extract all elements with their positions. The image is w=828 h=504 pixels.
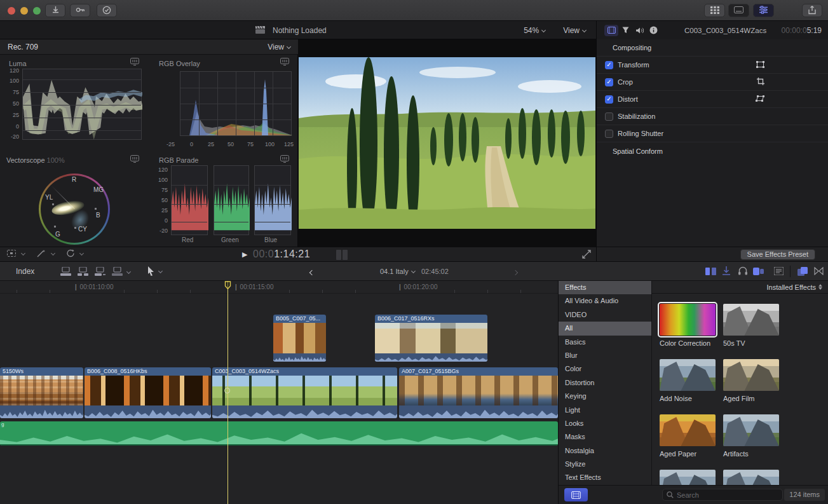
viewer-view-menu[interactable]: View <box>563 26 586 35</box>
distort-icon[interactable] <box>756 95 764 103</box>
append-clip-button[interactable] <box>95 267 105 276</box>
primary-clip[interactable]: B006_C008_0516HKbs <box>85 367 211 418</box>
crop-icon[interactable] <box>757 78 764 86</box>
inspector-row-stabilization[interactable]: Stabilization <box>597 108 828 125</box>
index-button[interactable]: Index <box>16 267 34 276</box>
category-nostalgia[interactable]: Nostalgia <box>559 444 651 458</box>
scopes-view-menu[interactable]: View <box>268 43 290 51</box>
next-item-icon[interactable] <box>513 268 517 276</box>
audio-meter[interactable] <box>343 250 348 260</box>
inspector-row-distort[interactable]: ✓ Distort <box>597 91 828 108</box>
search-input[interactable] <box>677 491 766 499</box>
category-basics[interactable]: Basics <box>559 336 651 349</box>
installed-effects-header[interactable]: Installed Effects <box>652 281 828 294</box>
effect-item[interactable]: Artifacts <box>723 414 782 458</box>
audio-icon[interactable] <box>632 25 646 36</box>
connected-clip[interactable]: B005_C007_05... <box>273 315 326 362</box>
luma-settings-icon[interactable] <box>130 58 139 67</box>
enhancements-menu[interactable] <box>37 249 55 257</box>
effects-search-field[interactable] <box>662 489 783 501</box>
category-looks[interactable]: Looks <box>559 417 651 430</box>
category-stylize[interactable]: Stylize <box>559 458 651 471</box>
stabilization-checkbox[interactable] <box>605 112 613 121</box>
timeline-ruler[interactable]: |00:01:10:00 |00:01:15:00 |00:01:20:00 <box>0 281 558 294</box>
effect-thumbnail[interactable] <box>660 470 716 485</box>
category-color[interactable]: Color <box>559 362 651 376</box>
effect-item[interactable] <box>723 470 782 485</box>
rgb-parade-settings-icon[interactable] <box>280 155 289 164</box>
browser-toggle-button[interactable] <box>704 4 725 17</box>
effect-item[interactable] <box>660 470 718 485</box>
rgb-overlay-settings-icon[interactable] <box>280 58 289 67</box>
transitions-browser-icon[interactable] <box>814 267 824 275</box>
zoom-window-button[interactable] <box>33 7 41 15</box>
snapping-icon[interactable] <box>723 266 730 276</box>
timeline-appearance-icon[interactable] <box>774 267 784 275</box>
rolling-shutter-checkbox[interactable] <box>605 130 613 138</box>
category-effects[interactable]: Effects <box>559 281 651 294</box>
effect-thumbnail[interactable] <box>723 470 779 485</box>
effect-thumbnail[interactable] <box>723 304 779 336</box>
solo-icon[interactable] <box>753 268 764 275</box>
project-name-menu[interactable]: 04.1 Italy <box>380 268 415 275</box>
effect-thumbnail[interactable] <box>723 359 779 391</box>
inspector-toggle-button[interactable] <box>753 4 774 17</box>
background-tasks-button[interactable] <box>97 4 117 17</box>
save-effects-preset-button[interactable]: Save Effects Preset <box>740 249 815 260</box>
category-masks[interactable]: Masks <box>559 430 651 444</box>
category-all-video-audio[interactable]: All Video & Audio <box>559 294 651 308</box>
overwrite-clip-button[interactable] <box>112 267 130 276</box>
timeline-area[interactable]: |00:01:10:00 |00:01:15:00 |00:01:20:00 B… <box>0 281 558 504</box>
expand-viewer-icon[interactable] <box>582 250 591 260</box>
primary-clip[interactable]: C003_C003_0514WZacs <box>212 367 397 418</box>
transform-checkbox[interactable]: ✓ <box>605 61 613 69</box>
effects-sidebar-toggle-button[interactable] <box>564 488 588 501</box>
effect-item[interactable]: Aged Paper <box>660 414 718 458</box>
audio-skimming-icon[interactable] <box>738 266 747 275</box>
effects-filter-icon[interactable] <box>618 25 632 36</box>
video-inspector-icon[interactable] <box>604 25 618 36</box>
vectorscope-settings-icon[interactable] <box>130 155 139 164</box>
connect-clip-button[interactable] <box>60 267 71 276</box>
close-window-button[interactable] <box>8 7 15 15</box>
category-distortion[interactable]: Distortion <box>559 376 651 390</box>
effect-item[interactable]: Color Correction <box>660 304 718 347</box>
transform-icon[interactable] <box>756 61 764 69</box>
info-icon[interactable] <box>646 25 660 36</box>
inspector-row-rolling-shutter[interactable]: Rolling Shutter <box>597 125 828 142</box>
playhead-handle[interactable] <box>224 281 231 290</box>
connected-clip[interactable]: B006_C017_0516RXs <box>375 315 487 362</box>
effect-thumbnail[interactable] <box>660 304 716 336</box>
trim-icon[interactable] <box>705 268 716 275</box>
select-tool-menu[interactable] <box>147 266 162 276</box>
previous-item-icon[interactable] <box>310 268 314 276</box>
keywords-button[interactable] <box>70 4 90 17</box>
effect-thumbnail[interactable] <box>660 359 716 391</box>
inspector-row-spatial-conform[interactable]: Spatial Conform <box>597 142 828 160</box>
audio-meter[interactable] <box>336 250 341 260</box>
inspector-row-transform[interactable]: ✓ Transform <box>597 57 828 74</box>
primary-clip[interactable]: A007_C017_0515BGs <box>399 367 558 418</box>
import-button[interactable] <box>45 4 65 17</box>
category-blur[interactable]: Blur <box>559 349 651 362</box>
distort-checkbox[interactable]: ✓ <box>605 95 613 104</box>
effect-item[interactable]: Add Noise <box>660 359 718 402</box>
primary-clip[interactable]: 5150Ws <box>0 367 83 418</box>
effect-item[interactable]: Aged Film <box>723 359 782 402</box>
effect-thumbnail[interactable] <box>660 414 716 446</box>
timeline-toggle-button[interactable] <box>728 4 749 17</box>
category-text-effects[interactable]: Text Effects <box>559 471 651 484</box>
viewer-zoom-select[interactable]: 54% <box>524 26 545 35</box>
inspector-row-crop[interactable]: ✓ Crop <box>597 74 828 91</box>
sort-toggle-icon[interactable] <box>818 284 822 290</box>
category-video-header[interactable]: VIDEO <box>559 308 651 322</box>
inspector-row-compositing[interactable]: Compositing <box>597 39 828 57</box>
category-keying[interactable]: Keying <box>559 390 651 403</box>
effect-item[interactable]: 50s TV <box>723 304 782 347</box>
play-button[interactable]: ▶ <box>242 250 247 259</box>
crop-checkbox[interactable]: ✓ <box>605 78 613 86</box>
category-all[interactable]: All <box>559 322 651 335</box>
retime-menu[interactable] <box>66 249 83 257</box>
effects-browser-icon[interactable] <box>797 267 808 276</box>
minimize-window-button[interactable] <box>20 7 28 15</box>
